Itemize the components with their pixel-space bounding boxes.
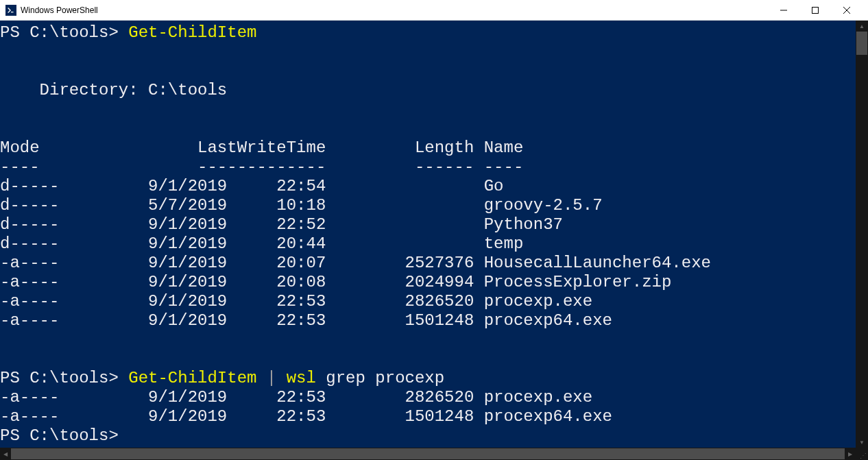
command-text: wsl (287, 369, 316, 387)
minimize-button[interactable] (768, 0, 799, 21)
directory-line: Directory: C:\tools (0, 81, 227, 99)
window-title: Windows PowerShell (21, 5, 98, 15)
horizontal-scrollbar[interactable]: ◀ ▶ (0, 448, 868, 460)
scroll-right-icon[interactable]: ▶ (845, 448, 856, 460)
scroll-up-icon[interactable]: ▲ (856, 21, 868, 32)
titlebar-left: Windows PowerShell (5, 5, 98, 16)
prompt-text: PS C:\tools> (0, 23, 128, 42)
list-item: -a---- 9/1/2019 22:53 1501248 procexp64.… (0, 311, 612, 330)
list-item: -a---- 9/1/2019 22:53 2826520 procexp.ex… (0, 388, 592, 407)
horizontal-scrollbar-thumb[interactable] (11, 448, 845, 459)
list-item: d----- 9/1/2019 22:54 Go (0, 177, 504, 195)
svg-rect-2 (812, 7, 819, 13)
close-button[interactable] (831, 0, 863, 21)
window-controls (768, 0, 863, 21)
pipe-text: | (256, 369, 286, 387)
command-args: grep procexp (316, 369, 444, 387)
terminal-wrapper: PS C:\tools> Get-ChildItem Directory: C:… (0, 21, 868, 460)
powershell-icon (5, 5, 16, 16)
prompt-text: PS C:\tools> (0, 426, 119, 445)
separator-line: ---- ------------- ------ ---- (0, 158, 523, 176)
list-item: d----- 9/1/2019 22:52 Python37 (0, 215, 563, 234)
list-item: -a---- 9/1/2019 20:07 2527376 HousecallL… (0, 254, 711, 272)
list-item: -a---- 9/1/2019 22:53 2826520 procexp.ex… (0, 292, 592, 311)
list-item: d----- 5/7/2019 10:18 groovy-2.5.7 (0, 196, 603, 215)
list-item: -a---- 9/1/2019 20:08 2024994 ProcessExp… (0, 273, 671, 291)
list-item: -a---- 9/1/2019 22:53 1501248 procexp64.… (0, 407, 612, 426)
scroll-down-icon[interactable]: ▼ (856, 437, 868, 448)
scroll-left-icon[interactable]: ◀ (0, 448, 11, 460)
command-text: Get-ChildItem (128, 369, 256, 387)
command-text: Get-ChildItem (128, 23, 256, 42)
maximize-button[interactable] (799, 0, 831, 21)
list-item: d----- 9/1/2019 20:44 temp (0, 234, 523, 253)
resize-grip[interactable]: ⋰ (856, 448, 868, 460)
prompt-text: PS C:\tools> (0, 369, 128, 387)
window-titlebar[interactable]: Windows PowerShell (0, 0, 868, 21)
header-line: Mode LastWriteTime Length Name (0, 138, 523, 157)
terminal[interactable]: PS C:\tools> Get-ChildItem Directory: C:… (0, 21, 856, 448)
vertical-scrollbar[interactable]: ▲ ▼ (856, 21, 868, 448)
vertical-scrollbar-thumb[interactable] (856, 32, 867, 55)
